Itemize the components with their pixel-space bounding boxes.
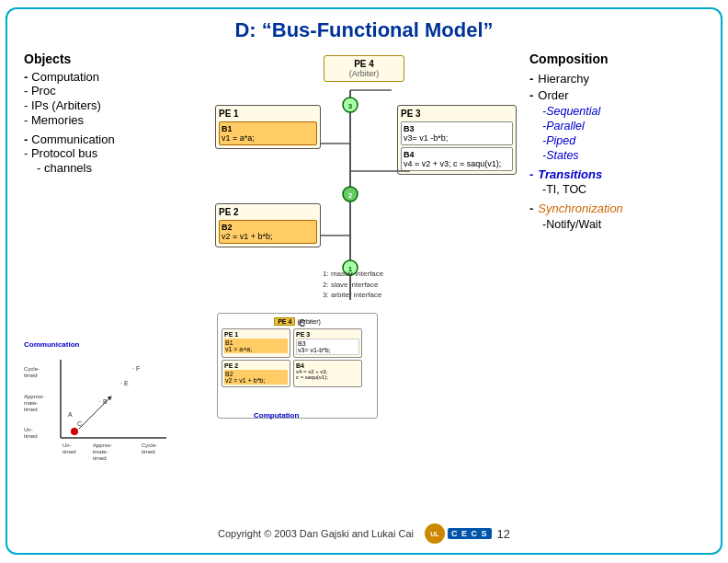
small-comm-title: Communication: [24, 340, 202, 349]
small-nested-boxes: PE 1 B1v1 = a+a; PE 3 B3v3= v1-b*b;: [222, 328, 373, 358]
svg-text:Un-: Un-: [24, 427, 33, 432]
svg-text:Cycle-: Cycle-: [142, 442, 157, 448]
svg-text:Cycle-: Cycle-: [24, 366, 40, 372]
channels-item: channels: [24, 161, 202, 175]
parallel-item: -Parallel: [529, 120, 704, 132]
svg-point-28: [343, 98, 358, 112]
small-pe1-box: PE 1 B1v1 = a+a;: [222, 328, 290, 358]
svg-text:Approxi-: Approxi-: [24, 394, 44, 399]
states-item: -States: [529, 149, 704, 162]
main-content: Objects - Computation Proc IPs (Arbiters…: [24, 52, 704, 522]
slide-container: D: “Bus-Functional Model” Objects - Comp…: [6, 7, 722, 555]
pe4-sublabel: (Arbiter): [327, 69, 401, 78]
interface-1: 1: master interface: [323, 269, 383, 279]
objects-title: Objects: [24, 52, 202, 66]
svg-text:Un-: Un-: [63, 442, 72, 448]
b3-box: B3 v3= v1 -b*b;: [401, 121, 513, 145]
cecs-text: C E C S: [448, 528, 492, 539]
transitions-row: - Transitions: [529, 167, 704, 181]
slide-title: D: “Bus-Functional Model”: [24, 18, 704, 42]
cecs-badge: UL C E C S 12: [425, 523, 510, 544]
ul-logo: UL: [425, 523, 445, 544]
svg-text:timed: timed: [63, 449, 76, 454]
copyright-text: Copyright © 2003 Dan Gajski and Lukai Ca…: [218, 528, 414, 539]
svg-text:timed: timed: [24, 373, 38, 378]
svg-text:2: 2: [348, 191, 353, 200]
svg-text:timed: timed: [93, 455, 107, 461]
pe2-label: PE 2: [219, 207, 317, 217]
notify-wait-item: -Notify/Wait: [529, 218, 704, 231]
pe3-box: PE 3 B3 v3= v1 -b*b; B4 v4 = v2 + v3; c …: [397, 105, 517, 175]
diagram-top: PE 4 (Arbiter) PE 1 B1 v1 = a*a; PE 2 B2: [208, 52, 520, 309]
computation-label: Computation: [254, 411, 299, 419]
composition-section: Composition - Hierarchy - Order -Sequent…: [529, 52, 704, 231]
pe4-label: PE 4: [327, 59, 401, 69]
small-pe4-label: PE 4 (Arbiter): [222, 317, 373, 326]
ti-toc-item: -TI, TOC: [529, 183, 704, 196]
small-pe2-box: PE 2 B2v2 = v1 + b*b;: [222, 360, 290, 387]
piped-item: -Piped: [529, 134, 704, 147]
small-b4-box: B4 v4 = v2 + v3;c = saqu(v1);: [293, 360, 362, 387]
interface-2: 2: slave interface: [323, 280, 383, 290]
computation-sublist: Proc IPs (Arbiters) Memories: [24, 84, 202, 127]
protocol-bus-item: Protocol bus: [24, 146, 202, 160]
objects-section: Objects - Computation Proc IPs (Arbiters…: [24, 52, 202, 175]
svg-text:timed: timed: [142, 449, 155, 454]
svg-text:imate-: imate-: [93, 449, 108, 454]
svg-text:timed: timed: [24, 433, 38, 439]
small-pe2-area: PE 2 B2v2 = v1 + b*b; B4 v4 = v2 + v3;c …: [222, 360, 373, 387]
b2-label: B2: [222, 223, 314, 232]
b2-expr: v2 = v1 + b*b;: [222, 232, 314, 241]
svg-text:timed: timed: [24, 407, 38, 412]
center-column: PE 4 (Arbiter) PE 1 B1 v1 = a*a; PE 2 B2: [208, 52, 520, 522]
footer: Copyright © 2003 Dan Gajski and Lukai Ca…: [24, 523, 704, 544]
small-pe-diagram: PE 4 (Arbiter) C PE 1 B1v1 = a+a; PE 3: [217, 313, 378, 419]
svg-text:A: A: [68, 411, 73, 418]
order-label: Order: [538, 88, 568, 102]
computation-item: - Computation: [24, 70, 202, 84]
b4-label: B4: [404, 150, 510, 159]
pe4-box: PE 4 (Arbiter): [324, 55, 404, 82]
svg-text:3: 3: [348, 102, 353, 110]
svg-text:· F: · F: [132, 365, 140, 372]
svg-text:mate-: mate-: [24, 400, 38, 406]
svg-text:· E: · E: [120, 380, 129, 386]
b3-label: B3: [404, 124, 510, 133]
small-comm-diagram-area: Communication Cycle- timed Approxi- mate…: [24, 340, 202, 464]
page-number: 12: [497, 527, 510, 541]
hierarchy-item: - Hierarchy: [529, 72, 704, 86]
transitions-label: Transitions: [538, 167, 602, 181]
ips-item: IPs (Arbiters): [24, 98, 202, 112]
pe1-box: PE 1 B1 v1 = a*a;: [215, 105, 321, 149]
svg-text:· B: · B: [99, 398, 108, 405]
sequential-item: -Sequential: [529, 105, 704, 118]
order-item: - Order: [529, 88, 704, 102]
synchronization-label: Synchronization: [538, 201, 623, 215]
svg-point-17: [71, 428, 78, 435]
memories-item: Memories: [24, 113, 202, 127]
left-column: Objects - Computation Proc IPs (Arbiters…: [24, 52, 208, 522]
proc-item: Proc: [24, 84, 202, 98]
b2-box: B2 v2 = v1 + b*b;: [219, 220, 317, 244]
svg-text:Approx-: Approx-: [93, 442, 112, 448]
svg-point-30: [343, 187, 358, 201]
composition-title: Composition: [529, 52, 704, 66]
right-column: Composition - Hierarchy - Order -Sequent…: [520, 52, 704, 522]
b1-label: B1: [222, 124, 314, 133]
pe2-box: PE 2 B2 v2 = v1 + b*b;: [215, 203, 321, 247]
b3-expr: v3= v1 -b*b;: [404, 133, 510, 143]
synchronization-row: - Synchronization: [529, 201, 704, 215]
bottom-diagram-area: PE 4 (Arbiter) C PE 1 B1v1 = a+a; PE 3: [208, 313, 520, 423]
hierarchy-label: Hierarchy: [538, 72, 589, 86]
pe3-label: PE 3: [401, 109, 513, 119]
communication-sublist: Protocol bus channels: [24, 146, 202, 175]
b1-box: B1 v1 = a*a;: [219, 121, 317, 145]
b4-expr: v4 = v2 + v3; c = saqu(v1);: [404, 159, 510, 168]
comm-diagram-svg: Cycle- timed Approxi- mate- timed Un- ti…: [24, 350, 171, 461]
interface-3: 3: arbiter interface: [323, 290, 383, 300]
pe1-label: PE 1: [219, 109, 317, 119]
interface-labels: 1: master interface 2: slave interface 3…: [323, 269, 383, 300]
c-label: C: [299, 318, 305, 328]
communication-item: - Communication: [24, 132, 202, 146]
b4-box: B4 v4 = v2 + v3; c = saqu(v1);: [401, 147, 513, 171]
